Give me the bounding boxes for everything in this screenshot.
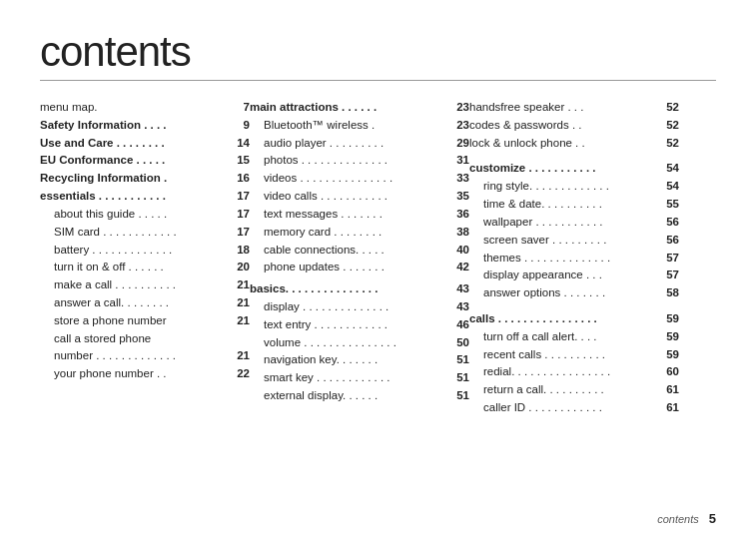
toc-entry: cable connections. . . . .40 xyxy=(250,242,469,260)
toc-label: display appearance . . . xyxy=(469,267,659,284)
toc-page: 51 xyxy=(449,387,469,405)
toc-page: 57 xyxy=(659,250,679,268)
toc-page: 52 xyxy=(659,117,679,135)
toc-page: 33 xyxy=(449,170,469,188)
toc-page: 36 xyxy=(449,206,469,224)
toc-label: store a phone number xyxy=(40,312,230,330)
page-container: contents menu map.7Safety Information . … xyxy=(0,0,756,542)
toc-label: call a stored phone xyxy=(40,330,250,348)
toc-page: 16 xyxy=(230,170,250,188)
toc-label: photos . . . . . . . . . . . . . . xyxy=(250,152,449,170)
content-columns: menu map.7Safety Information . . . .9Use… xyxy=(40,99,716,421)
toc-page: 43 xyxy=(449,280,469,298)
toc-page: 56 xyxy=(659,232,679,250)
footer: contents 5 xyxy=(657,511,716,526)
toc-page: 35 xyxy=(449,188,469,206)
toc-label: wallpaper . . . . . . . . . . . xyxy=(469,214,659,232)
toc-entry: recent calls . . . . . . . . . .59 xyxy=(469,346,679,364)
toc-page: 14 xyxy=(230,135,250,153)
toc-label: text entry . . . . . . . . . . . . xyxy=(250,316,449,334)
toc-entry: volume . . . . . . . . . . . . . . .50 xyxy=(250,334,469,352)
toc-page: 21 xyxy=(230,312,250,330)
toc-entry: text messages . . . . . . .36 xyxy=(250,206,469,224)
toc-label: smart key . . . . . . . . . . . . xyxy=(250,369,449,387)
toc-label: turn off a call alert. . . . xyxy=(469,328,659,346)
toc-label: essentials . . . . . . . . . . . xyxy=(40,188,230,206)
toc-entry: screen saver . . . . . . . . .56 xyxy=(469,232,679,250)
toc-label: cable connections. . . . . xyxy=(250,242,449,260)
toc-page: 52 xyxy=(659,135,679,153)
toc-entry: Bluetooth™ wireless .23 xyxy=(250,117,469,135)
toc-label: time & date. . . . . . . . . . xyxy=(469,196,659,214)
toc-page: 61 xyxy=(659,381,679,399)
toc-label: video calls . . . . . . . . . . . xyxy=(250,188,449,206)
toc-label: recent calls . . . . . . . . . . xyxy=(469,346,659,364)
toc-entry: turn it on & off . . . . . .20 xyxy=(40,259,250,276)
toc-entry: audio player . . . . . . . . .29 xyxy=(250,135,469,153)
toc-label: calls . . . . . . . . . . . . . . . . xyxy=(469,310,659,328)
toc-label: videos . . . . . . . . . . . . . . . xyxy=(250,170,449,188)
toc-label: display . . . . . . . . . . . . . . xyxy=(250,298,449,316)
toc-page: 9 xyxy=(230,117,250,135)
toc-entry: phone updates . . . . . . .42 xyxy=(250,259,469,276)
toc-label: Recycling Information . xyxy=(40,170,230,188)
toc-entry: SIM card . . . . . . . . . . . .17 xyxy=(40,224,250,242)
toc-label: answer a call. . . . . . . . xyxy=(40,294,230,312)
toc-page: 7 xyxy=(230,99,250,117)
toc-label: themes . . . . . . . . . . . . . . xyxy=(469,250,659,268)
toc-page: 21 xyxy=(230,276,250,294)
toc-entry: memory card . . . . . . . .38 xyxy=(250,224,469,242)
toc-page: 60 xyxy=(659,363,679,381)
toc-page: 54 xyxy=(659,178,679,196)
toc-entry: external display. . . . . .51 xyxy=(250,387,469,405)
toc-entry: videos . . . . . . . . . . . . . . .33 xyxy=(250,170,469,188)
toc-entry: video calls . . . . . . . . . . .35 xyxy=(250,188,469,206)
toc-label: Bluetooth™ wireless . xyxy=(250,117,449,135)
toc-page: 20 xyxy=(230,259,250,276)
toc-page: 17 xyxy=(230,188,250,206)
toc-page: 59 xyxy=(659,310,679,328)
toc-entry: ring style. . . . . . . . . . . . .54 xyxy=(469,178,679,196)
toc-page: 51 xyxy=(449,369,469,387)
toc-label: audio player . . . . . . . . . xyxy=(250,135,449,153)
toc-entry: wallpaper . . . . . . . . . . .56 xyxy=(469,214,679,232)
toc-entry: return a call. . . . . . . . . .61 xyxy=(469,381,679,399)
toc-label: turn it on & off . . . . . . xyxy=(40,259,230,276)
toc-page: 55 xyxy=(659,196,679,214)
toc-label: lock & unlock phone . . xyxy=(469,135,659,153)
toc-label: phone updates . . . . . . . xyxy=(250,259,449,276)
toc-page: 23 xyxy=(449,99,469,117)
toc-label: Safety Information . . . . xyxy=(40,117,230,135)
toc-entry: themes . . . . . . . . . . . . . .57 xyxy=(469,250,679,268)
toc-label: ring style. . . . . . . . . . . . . xyxy=(469,178,659,196)
toc-entry: make a call . . . . . . . . . .21 xyxy=(40,276,250,294)
toc-entry: caller ID . . . . . . . . . . . .61 xyxy=(469,399,679,417)
toc-page: 51 xyxy=(449,351,469,369)
toc-page: 43 xyxy=(449,298,469,316)
toc-label: screen saver . . . . . . . . . xyxy=(469,232,659,250)
toc-entry: turn off a call alert. . . .59 xyxy=(469,328,679,346)
footer-page: 5 xyxy=(709,511,716,526)
toc-page: 29 xyxy=(449,135,469,153)
toc-page: 17 xyxy=(230,224,250,242)
toc-entry: time & date. . . . . . . . . .55 xyxy=(469,196,679,214)
toc-page: 61 xyxy=(659,399,679,417)
toc-label: redial. . . . . . . . . . . . . . . . xyxy=(469,363,659,381)
toc-entry: answer options . . . . . . .58 xyxy=(469,284,679,302)
toc-page: 21 xyxy=(230,347,250,365)
toc-page: 52 xyxy=(659,99,679,117)
toc-page: 21 xyxy=(230,294,250,312)
toc-section-header: basics. . . . . . . . . . . . . . .43 xyxy=(250,280,469,298)
toc-entry: store a phone number21 xyxy=(40,312,250,330)
toc-label: memory card . . . . . . . . xyxy=(250,224,449,242)
toc-page: 38 xyxy=(449,224,469,242)
toc-label: customize . . . . . . . . . . . xyxy=(469,160,659,178)
toc-entry: menu map.7 xyxy=(40,99,250,117)
toc-page: 18 xyxy=(230,242,250,260)
toc-page: 22 xyxy=(230,365,250,383)
toc-entry: essentials . . . . . . . . . . .17 xyxy=(40,188,250,206)
toc-label: battery . . . . . . . . . . . . . xyxy=(40,242,230,260)
divider xyxy=(40,80,716,81)
toc-section-header: customize . . . . . . . . . . .54 xyxy=(469,160,679,178)
toc-label: external display. . . . . . xyxy=(250,387,449,405)
